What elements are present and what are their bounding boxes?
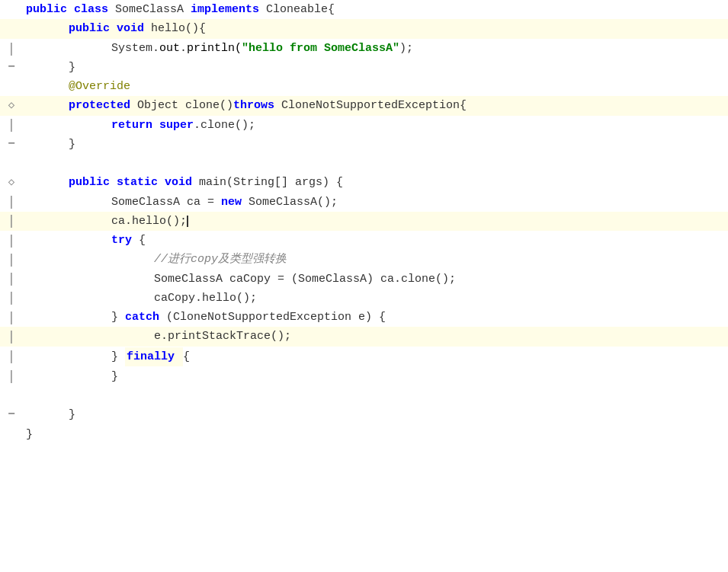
code-content: public class SomeClassA implements Clone… — [0, 0, 728, 444]
someclassa-ca: SomeClassA ca = — [111, 193, 221, 211]
gutter-22: − — [0, 405, 23, 424]
close-main: } — [69, 406, 75, 423]
line-content-15: SomeClassA caCopy = (SomeClassA) ca.clon… — [23, 270, 728, 289]
code-line-7: | return super.clone(); — [0, 116, 728, 135]
line-content-6: protected Object clone()throws CloneNotS… — [23, 96, 728, 115]
gutter-13: | — [0, 231, 23, 250]
code-line-5: @Override — [0, 77, 728, 96]
gutter-bar-13: | — [5, 235, 18, 247]
code-line-10: ◇ public static void main(String[] args)… — [0, 173, 728, 192]
code-line-8: − } — [0, 135, 728, 154]
gutter-bar-12: | — [5, 215, 18, 227]
out-method: out — [159, 40, 180, 57]
code-line-11: | SomeClassA ca = new SomeClassA(); — [0, 193, 728, 212]
string-hello: "hello from SomeClassA" — [242, 40, 399, 57]
line-content-1: public class SomeClassA implements Clone… — [23, 0, 728, 19]
gutter-18: | — [0, 327, 23, 346]
gutter-bar-19: | — [5, 350, 18, 363]
gutter-bar-11: | — [5, 196, 18, 208]
new-someclassa: SomeClassA(); — [249, 193, 338, 211]
catch-clause: (CloneNotSupportedException e) { — [166, 308, 386, 326]
method-hello: hello(){ — [151, 20, 206, 37]
code-line-22: − } — [0, 405, 728, 424]
exception-type: CloneNotSupportedException{ — [281, 97, 467, 114]
code-line-16: | caCopy.hello(); — [0, 289, 728, 308]
gutter-20: | — [0, 367, 23, 386]
object-type: Object — [137, 97, 185, 114]
gutter-19: | — [0, 347, 23, 367]
close-finally: } — [111, 368, 118, 385]
keyword-void2: void — [165, 174, 199, 191]
line-content-11: SomeClassA ca = new SomeClassA(); — [23, 193, 728, 212]
gutter-bar-7: | — [5, 119, 18, 131]
finally-brace: { — [183, 348, 190, 366]
gutter-5 — [0, 77, 23, 96]
code-line-6: ◇ protected Object clone()throws CloneNo… — [0, 96, 728, 115]
line-content-21 — [23, 386, 728, 405]
gutter-minus-22: − — [5, 409, 18, 421]
code-line-1: public class SomeClassA implements Clone… — [0, 0, 728, 19]
line-content-20: } — [23, 367, 728, 386]
gutter-2 — [0, 19, 23, 38]
gutter-icon-3: | — [5, 42, 18, 54]
clone-method: clone() — [185, 97, 233, 114]
try-brace: { — [139, 232, 146, 249]
code-line-4: − } — [0, 58, 728, 77]
code-editor: public class SomeClassA implements Clone… — [0, 0, 728, 572]
gutter-7: | — [0, 116, 23, 135]
classname: SomeClassA — [115, 1, 191, 18]
line-content-22: } — [23, 405, 728, 424]
comment-copy: //进行copy及类型强转换 — [154, 251, 287, 268]
line-content-10: public static void main(String[] args) { — [23, 173, 728, 192]
gutter-15: | — [0, 270, 23, 289]
gutter-bar-15: | — [5, 273, 18, 285]
line-content-5: @Override — [23, 77, 728, 96]
gutter-minus-4: − — [5, 61, 18, 73]
gutter-23 — [0, 425, 23, 444]
line-content-3: System.out.println("hello from SomeClass… — [23, 39, 728, 58]
line-content-18: e.printStackTrace(); — [23, 327, 728, 346]
gutter-minus-8: − — [5, 138, 18, 150]
keyword-public3: public — [69, 174, 117, 191]
code-line-9 — [0, 154, 728, 173]
code-line-17: | } catch (CloneNotSupportedException e)… — [0, 308, 728, 327]
keyword-static: static — [117, 174, 165, 191]
keyword-super: super — [159, 117, 194, 134]
main-method: main(String[] args) { — [199, 174, 343, 191]
gutter-16: | — [0, 289, 23, 308]
line-content-17: } catch (CloneNotSupportedException e) { — [23, 308, 728, 327]
code-line-3: | System.out.println("hello from SomeCla… — [0, 39, 728, 58]
gutter-diamond-6: ◇ — [5, 100, 18, 112]
code-line-18: | e.printStackTrace(); — [0, 327, 728, 346]
code-line-19: | } finally { — [0, 347, 728, 367]
println-method: println( — [187, 40, 242, 57]
gutter-6: ◇ — [0, 96, 23, 115]
cacopy-hello: caCopy.hello(); — [154, 289, 257, 307]
close-brace-8: } — [69, 136, 75, 153]
line-content-7: return super.clone(); — [23, 116, 728, 135]
gutter-8: − — [0, 135, 23, 154]
gutter-17: | — [0, 308, 23, 327]
gutter-4: − — [0, 58, 23, 77]
line-content-13: try { — [23, 231, 728, 250]
line-content-9 — [23, 154, 728, 173]
interface-name: Cloneable{ — [266, 1, 335, 18]
close-try: } — [111, 308, 125, 326]
gutter-bar-18: | — [5, 331, 18, 343]
printstacktrace: e.printStackTrace(); — [154, 328, 291, 345]
keyword-implements: implements — [191, 1, 266, 18]
keyword-new: new — [221, 193, 249, 211]
gutter-11: | — [0, 193, 23, 212]
minus-icon-8: − — [8, 135, 15, 154]
gutter-12: | — [0, 212, 23, 231]
code-line-20: | } — [0, 367, 728, 386]
override-annotation: @Override — [69, 78, 130, 95]
gutter-21 — [0, 386, 23, 405]
code-line-14: | //进行copy及类型强转换 — [0, 250, 728, 269]
gutter-10: ◇ — [0, 173, 23, 192]
line-content-8: } — [23, 135, 728, 154]
keyword-class: class — [74, 1, 115, 18]
gutter-bar-20: | — [5, 370, 18, 382]
gutter-3: | — [0, 39, 23, 58]
code-line-15: | SomeClassA caCopy = (SomeClassA) ca.cl… — [0, 270, 728, 289]
